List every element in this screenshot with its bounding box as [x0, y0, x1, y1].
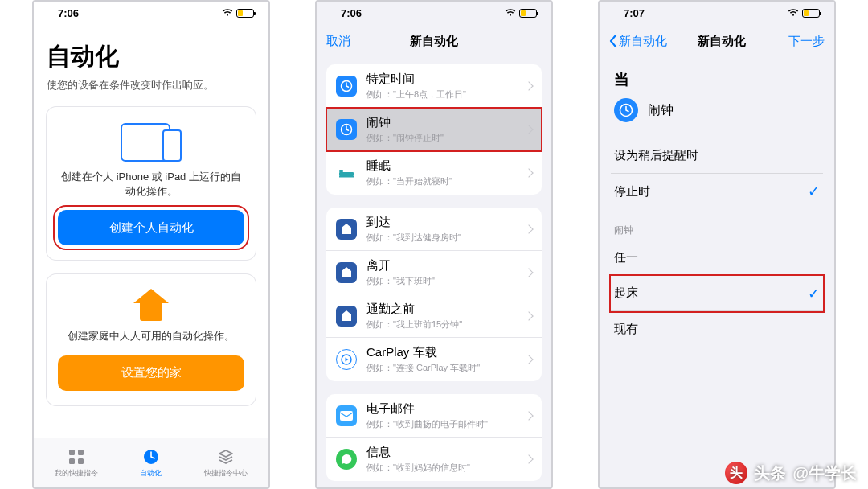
chevron-right-icon: [524, 168, 533, 177]
create-personal-automation-button[interactable]: 创建个人自动化: [58, 210, 244, 245]
watermark-handle: @牛学长: [792, 462, 857, 484]
tab-automation[interactable]: 自动化: [140, 448, 162, 479]
status-time: 7:07: [624, 7, 645, 19]
trigger-row-commute[interactable]: 通勤之前例如："我上班前15分钟": [326, 294, 542, 338]
alarm-options: 任一起床✓现有: [611, 240, 823, 347]
option-label: 停止时: [614, 184, 650, 199]
back-label: 新自动化: [619, 34, 667, 49]
watermark: 头 头条 @牛学长: [725, 462, 857, 484]
row-example: 例如："闹钟停止时": [366, 132, 526, 144]
svg-rect-1: [78, 450, 84, 455]
tab-gallery[interactable]: 快捷指令中心: [204, 448, 248, 479]
status-icons: [788, 9, 820, 18]
next-button[interactable]: 下一步: [776, 34, 825, 49]
bed-icon: [336, 162, 357, 183]
grid-icon: [68, 448, 85, 466]
status-bar: 7:07: [600, 2, 834, 24]
checkmark-icon: ✓: [808, 183, 820, 200]
row-label: CarPlay 车载: [366, 345, 526, 360]
trigger-row-leave[interactable]: 离开例如："我下班时": [326, 251, 542, 294]
trigger-row-carplay[interactable]: CarPlay 车载例如："连接 CarPlay 车载时": [326, 338, 542, 381]
option-label: 设为稍后提醒时: [614, 148, 698, 163]
wifi-icon: [222, 9, 233, 17]
commute-icon: [336, 306, 357, 327]
status-time: 7:06: [341, 7, 362, 19]
trigger-row-mail[interactable]: 电子邮件例如："收到曲扬的电子邮件时": [326, 394, 542, 438]
clock-icon: [614, 98, 638, 122]
alarm-option[interactable]: 起床✓: [611, 276, 823, 311]
status-icons: [222, 9, 254, 18]
trigger-row-msg[interactable]: 信息例如："收到妈妈的信息时": [326, 438, 542, 481]
wifi-icon: [505, 9, 516, 17]
trigger-row-bed[interactable]: 睡眠例如："当开始就寝时": [326, 151, 542, 195]
nav-title: 新自动化: [698, 34, 746, 49]
alarm-option[interactable]: 任一: [611, 240, 823, 276]
home-icon: [133, 289, 169, 321]
row-example: 例如："上午8点，工作日": [366, 88, 526, 101]
trigger-row-clock[interactable]: 特定时间例如："上午8点，工作日": [326, 64, 542, 108]
trigger-row-clock[interactable]: 闹钟例如："闹钟停止时": [326, 108, 542, 151]
watermark-source: 头条: [754, 462, 786, 484]
wifi-icon: [788, 9, 799, 17]
trigger-row-arrive[interactable]: 到达例如："我到达健身房时": [326, 208, 542, 251]
status-time: 7:06: [58, 7, 79, 19]
back-button[interactable]: 新自动化: [609, 34, 667, 49]
event-options: 设为稍后提醒时停止时✓: [611, 138, 823, 209]
phone-new-automation-triggers: 7:06 取消 新自动化 特定时间例如："上午8点，工作日"闹钟例如："闹钟停止…: [315, 0, 553, 489]
devices-icon: [58, 121, 244, 162]
chevron-right-icon: [524, 311, 533, 320]
clock-icon: [336, 119, 357, 140]
tab-label: 自动化: [140, 468, 162, 479]
clock-icon: [142, 448, 160, 466]
cancel-button[interactable]: 取消: [326, 34, 375, 49]
row-example: 例如："我下班时": [366, 275, 526, 287]
option-label: 现有: [614, 322, 638, 337]
page-subtitle: 使您的设备在条件改变时作出响应。: [47, 78, 256, 92]
status-icons: [505, 9, 537, 18]
next-label: 下一步: [788, 34, 825, 49]
event-option[interactable]: 设为稍后提醒时: [611, 138, 823, 174]
svg-rect-8: [339, 170, 343, 172]
svg-rect-3: [78, 458, 84, 464]
tab-label: 我的快捷指令: [55, 468, 98, 479]
svg-rect-9: [339, 176, 354, 178]
page-title: 自动化: [47, 40, 256, 73]
chevron-right-icon: [524, 125, 533, 134]
battery-icon: [519, 9, 537, 18]
row-label: 到达: [366, 215, 526, 230]
personal-automation-card: 创建在个人 iPhone 或 iPad 上运行的自动化操作。 创建个人自动化: [47, 107, 256, 260]
setup-home-button[interactable]: 设置您的家: [58, 355, 244, 391]
row-example: 例如："收到妈妈的信息时": [366, 462, 526, 474]
trigger-list-scroll[interactable]: 特定时间例如："上午8点，工作日"闹钟例如："闹钟停止时"睡眠例如："当开始就寝…: [317, 58, 551, 487]
arrive-icon: [336, 219, 357, 240]
nav-title: 新自动化: [410, 34, 458, 49]
mail-icon: [336, 405, 357, 426]
tab-bar: 我的快捷指令 自动化 快捷指令中心: [34, 438, 268, 487]
row-example: 例如："我到达健身房时": [366, 232, 526, 244]
trigger-group: 特定时间例如："上午8点，工作日"闹钟例如："闹钟停止时"睡眠例如："当开始就寝…: [326, 64, 542, 195]
button-label: 设置您的家: [121, 365, 182, 380]
alarm-option[interactable]: 现有: [611, 311, 823, 347]
trigger-group: 电子邮件例如："收到曲扬的电子邮件时"信息例如："收到妈妈的信息时": [326, 394, 542, 481]
chevron-right-icon: [524, 454, 533, 463]
tab-shortcuts[interactable]: 我的快捷指令: [55, 448, 98, 479]
clock-icon: [336, 76, 357, 97]
svg-rect-7: [339, 172, 354, 176]
event-option[interactable]: 停止时✓: [611, 174, 823, 209]
option-label: 起床: [614, 286, 638, 301]
carplay-icon: [336, 349, 357, 370]
row-example: 例如："收到曲扬的电子邮件时": [366, 418, 526, 430]
svg-rect-11: [340, 411, 353, 421]
row-label: 特定时间: [366, 72, 526, 87]
section-label: 闹钟: [614, 224, 820, 237]
row-label: 电子邮件: [366, 401, 526, 417]
row-label: 闹钟: [366, 115, 526, 130]
svg-rect-0: [69, 450, 75, 455]
row-label: 离开: [366, 258, 526, 273]
chevron-right-icon: [524, 411, 533, 420]
toutiao-logo-icon: 头: [725, 462, 747, 484]
stack-icon: [217, 448, 235, 466]
row-example: 例如："连接 CarPlay 车载时": [366, 362, 526, 374]
phone-alarm-config: 7:07 新自动化 新自动化 下一步 当 闹钟: [598, 0, 836, 489]
checkmark-icon: ✓: [808, 285, 820, 302]
